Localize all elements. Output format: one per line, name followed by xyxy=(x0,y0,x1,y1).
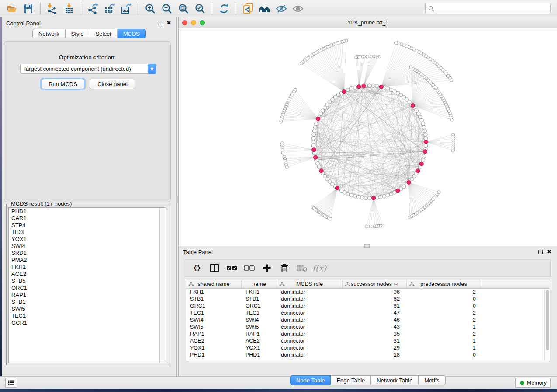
tab-select[interactable]: Select xyxy=(90,29,118,38)
save-icon[interactable] xyxy=(20,2,37,16)
export-network-icon[interactable] xyxy=(85,2,101,16)
table-row[interactable]: STB1STB1dominator620 xyxy=(186,296,550,303)
import-table-icon[interactable] xyxy=(61,2,77,16)
tab-network[interactable]: Network xyxy=(32,29,66,38)
close-panel-icon[interactable]: ✖ xyxy=(547,250,552,254)
table-row[interactable]: ORC1ORC1dominator610 xyxy=(186,303,550,309)
show-details-icon[interactable] xyxy=(290,2,306,16)
mcds-list-scrollbar[interactable] xyxy=(159,208,166,363)
control-panel-tabbar: NetworkStyleSelectMCDS xyxy=(2,29,176,38)
refresh-icon[interactable] xyxy=(216,2,232,16)
tab-network-table[interactable]: Network Table xyxy=(371,375,419,385)
export-image-icon[interactable] xyxy=(118,2,135,16)
mcds-result-item[interactable]: CAR1 xyxy=(9,215,166,222)
control-panel-titlebar: Control Panel ✖ xyxy=(2,17,176,29)
mcds-result-item[interactable]: GCR1 xyxy=(9,320,166,327)
cell-predecessor-nodes: 0 xyxy=(407,351,481,358)
close-panel-icon[interactable]: ✖ xyxy=(166,21,171,25)
column-header-MCDS-role[interactable]: MCDS role xyxy=(277,280,343,288)
function-builder-icon[interactable]: f(x) xyxy=(312,261,327,275)
splitter-grip[interactable] xyxy=(177,196,178,203)
tab-style[interactable]: Style xyxy=(66,29,90,38)
search-icon xyxy=(428,6,434,12)
mcds-result-item[interactable]: STB5 xyxy=(9,278,166,285)
cell-predecessor-nodes: 0 xyxy=(407,303,481,309)
scrollbar-thumb[interactable] xyxy=(546,290,549,350)
cell-name: RAP1 xyxy=(242,330,277,337)
network-canvas[interactable] xyxy=(179,28,557,246)
delete-table-icon[interactable] xyxy=(294,261,309,275)
table-scrollbar[interactable] xyxy=(544,289,550,361)
table-panel-title: Table Panel xyxy=(183,249,213,255)
zoom-fit-icon[interactable] xyxy=(175,2,192,16)
deselect-all-icon[interactable] xyxy=(242,261,257,275)
criterion-value: largest connected component (undirected) xyxy=(24,65,131,72)
cell-shared-name: ORC1 xyxy=(186,303,242,309)
mcds-result-item[interactable]: PHD1 xyxy=(9,208,166,215)
mcds-result-item[interactable]: FKH1 xyxy=(9,264,166,271)
import-network-icon[interactable] xyxy=(44,2,61,16)
table-row[interactable]: RAP1RAP1dominator352 xyxy=(186,330,550,337)
zoom-selected-icon[interactable] xyxy=(192,2,208,16)
export-table-icon[interactable] xyxy=(101,2,118,16)
zoom-in-icon[interactable] xyxy=(142,2,159,16)
table-row[interactable]: ACE2ACE2connector311 xyxy=(186,337,550,344)
mcds-tab-content: Optimization criterion: largest connecte… xyxy=(4,41,171,202)
toolbar-separator xyxy=(212,3,212,15)
delete-column-icon[interactable] xyxy=(277,261,292,275)
table-row[interactable]: SWI4SWI4dominator462 xyxy=(186,316,550,323)
mcds-result-item[interactable]: YOX1 xyxy=(9,236,166,243)
tab-motifs[interactable]: Motifs xyxy=(419,375,446,385)
mcds-result-item[interactable]: ORC1 xyxy=(9,285,166,292)
mcds-result-item[interactable]: PMA2 xyxy=(9,257,166,264)
open-folder-icon[interactable] xyxy=(3,2,20,16)
float-panel-icon[interactable] xyxy=(538,250,543,254)
table-row[interactable]: TEC1TEC1connector472 xyxy=(186,309,550,316)
mcds-result-item[interactable]: TEC1 xyxy=(9,313,166,320)
table-row[interactable]: SWI5SWI5connector431 xyxy=(186,323,550,330)
float-panel-icon[interactable] xyxy=(158,21,162,25)
search-input[interactable] xyxy=(436,5,548,12)
cell-shared-name: FKH1 xyxy=(186,289,242,296)
clone-network-icon[interactable] xyxy=(240,2,256,16)
table-row[interactable]: PHD1PHD1dominator180 xyxy=(186,351,550,358)
mcds-result-item[interactable]: STB1 xyxy=(9,299,166,306)
tab-mcds[interactable]: MCDS xyxy=(118,29,146,38)
mcds-result-item[interactable]: SWI4 xyxy=(9,243,166,250)
mcds-result-list[interactable]: PHD1CAR1STP4TID3YOX1SWI4SRD1PMA2FKH1ACE2… xyxy=(8,207,166,363)
mcds-result-item[interactable]: STP4 xyxy=(9,222,166,229)
toggle-panes-icon[interactable] xyxy=(207,261,222,275)
mcds-result-item[interactable]: SRD1 xyxy=(9,250,166,257)
task-history-button[interactable] xyxy=(5,378,17,388)
cell-successor-nodes: 29 xyxy=(343,344,407,351)
column-header-predecessor-nodes[interactable]: predecessor nodes xyxy=(407,280,481,288)
tab-node-table[interactable]: Node Table xyxy=(290,375,331,385)
network-overview-icon[interactable] xyxy=(256,2,273,16)
mcds-result-item[interactable]: ACE2 xyxy=(9,271,166,278)
mcds-result-item[interactable]: RAP1 xyxy=(9,292,166,299)
network-graph[interactable] xyxy=(179,28,557,246)
mcds-result-item[interactable]: SWI5 xyxy=(9,306,166,313)
cell-shared-name: SWI5 xyxy=(186,323,242,330)
table-row[interactable]: FKH1FKH1dominator962 xyxy=(186,289,550,296)
desktop-wallpaper-strip xyxy=(0,389,557,392)
column-header-successor-nodes[interactable]: successor nodes xyxy=(343,280,407,288)
column-header-filler xyxy=(481,280,550,288)
hide-details-icon[interactable] xyxy=(273,2,290,16)
settings-gear-icon[interactable]: ⚙ xyxy=(190,261,204,275)
tab-edge-table[interactable]: Edge Table xyxy=(331,375,371,385)
select-all-icon[interactable] xyxy=(225,261,239,275)
run-mcds-button[interactable]: Run MCDS xyxy=(42,79,84,89)
zoom-out-icon[interactable] xyxy=(159,2,175,16)
column-header-name[interactable]: name xyxy=(242,280,277,288)
cell-shared-name: TEC1 xyxy=(186,309,242,316)
criterion-select[interactable]: largest connected component (undirected) xyxy=(20,64,156,74)
table-panel-splitter-grip[interactable] xyxy=(364,244,370,248)
column-header-shared-name[interactable]: shared name xyxy=(186,280,242,288)
search-field[interactable] xyxy=(425,3,551,14)
cell-predecessor-nodes: 2 xyxy=(407,330,481,337)
close-panel-button[interactable]: Close panel xyxy=(90,79,135,89)
mcds-result-item[interactable]: TID3 xyxy=(9,229,166,236)
add-column-icon[interactable] xyxy=(259,261,274,275)
table-row[interactable]: YOX1YOX1connector291 xyxy=(186,344,550,351)
